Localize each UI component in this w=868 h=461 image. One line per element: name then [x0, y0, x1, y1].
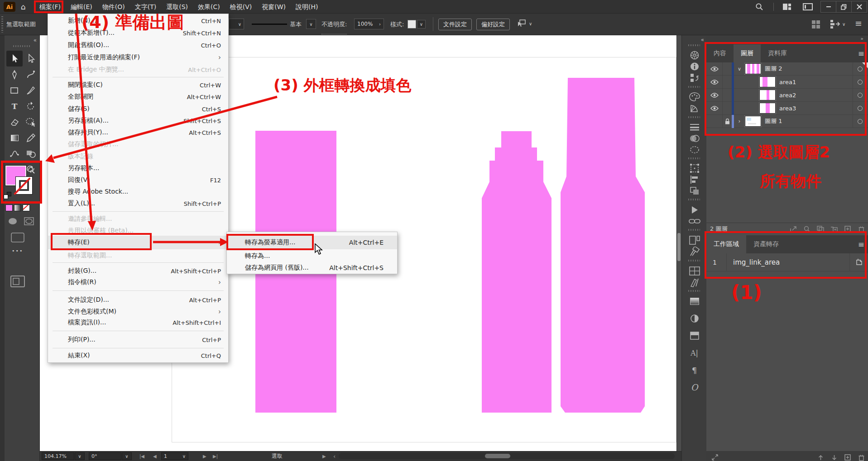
actions-icon[interactable] [682, 204, 707, 215]
first-artboard-icon[interactable]: |◀ [139, 451, 144, 461]
home-icon[interactable]: ⌂ [21, 0, 26, 14]
panel-drag-handle[interactable] [688, 86, 700, 88]
scroll-left-icon[interactable]: ‹ [333, 451, 336, 461]
eraser-tool[interactable] [6, 114, 23, 130]
distribute-icon[interactable]: ∨ [830, 19, 845, 29]
tab-libraries[interactable]: 資料庫 [761, 44, 794, 62]
menu-item-close[interactable]: 關閉檔案(C)Ctrl+W [48, 79, 228, 91]
menu-effect[interactable]: 效果(C) [193, 0, 225, 14]
pen-tool[interactable] [6, 67, 23, 82]
style-dropdown[interactable]: ∨ [417, 20, 426, 29]
links-icon[interactable] [682, 216, 707, 227]
graphic-styles-icon[interactable] [682, 330, 707, 341]
layer-thumbnail[interactable] [759, 103, 776, 114]
clipping-mask-icon[interactable] [814, 226, 827, 232]
panel-drag-handle[interactable] [688, 44, 700, 46]
layer-name[interactable]: area2 [779, 92, 853, 99]
opacity-field[interactable]: 100%› [354, 19, 384, 29]
stroke-style-dropdown[interactable]: ∨ [306, 19, 316, 29]
paintbrush-tool[interactable] [23, 82, 39, 98]
arrange-documents-icon[interactable] [803, 0, 813, 14]
delete-icon[interactable] [854, 454, 868, 461]
panel-drag-handle[interactable] [688, 199, 700, 200]
new-layer-icon[interactable] [841, 226, 854, 232]
layer-row-area3[interactable]: area3 [706, 102, 868, 115]
artboard-navigation-field[interactable]: 1∨ [161, 452, 188, 460]
layer-name[interactable]: 圖層 2 [765, 65, 853, 73]
tab-asset-export[interactable]: 資產轉存 [746, 235, 786, 253]
asset-export-icon[interactable] [682, 246, 707, 257]
menu-select[interactable]: 選取(S) [161, 0, 193, 14]
style-swatch[interactable] [408, 20, 416, 29]
target-circle[interactable] [858, 106, 863, 111]
panel-drag-handle[interactable] [13, 45, 31, 47]
control-bar-menu-icon[interactable]: ≡ [855, 18, 862, 28]
visibility-toggle[interactable] [706, 62, 723, 76]
variable-width-dropdown[interactable]: ∨ [229, 19, 244, 29]
delete-icon[interactable] [854, 226, 868, 233]
appearance-panel-icon[interactable] [682, 313, 707, 324]
submenu-item-export-for-screens[interactable]: 轉存為螢幕適用...Alt+Ctrl+E [227, 236, 397, 249]
status-play-icon[interactable]: ▶ [322, 451, 326, 461]
opentype-panel-icon[interactable]: O [682, 382, 707, 393]
expand-icon[interactable]: › [734, 118, 745, 124]
panel-drag-handle[interactable] [688, 116, 700, 118]
new-artboard-icon[interactable] [841, 454, 854, 461]
artboard-options-icon[interactable] [850, 259, 868, 266]
panel-menu-icon[interactable]: ≡ [858, 240, 864, 249]
character-panel-icon[interactable]: A| [682, 347, 707, 358]
lock-cell[interactable] [723, 62, 732, 76]
artboard-row[interactable]: 1 img_link_area [706, 253, 868, 271]
stroke-color-swatch[interactable] [15, 176, 33, 195]
expand-panel-icon[interactable] [708, 454, 722, 461]
vertical-scrollbar-thumb[interactable] [677, 233, 681, 261]
lock-icon[interactable] [723, 115, 732, 128]
visibility-toggle[interactable] [706, 102, 723, 115]
lock-cell[interactable] [723, 102, 732, 115]
swap-fill-stroke-icon[interactable] [27, 166, 35, 173]
visibility-toggle[interactable] [706, 115, 723, 128]
curvature-tool[interactable] [23, 67, 39, 82]
default-swatches-icon[interactable] [4, 192, 11, 199]
zoom-dropdown[interactable]: ∨ [75, 452, 85, 460]
shape-builder-tool[interactable] [23, 146, 39, 162]
version-history-icon[interactable] [682, 72, 707, 83]
layer-row-area1[interactable]: area1 [706, 76, 868, 89]
panel-drag-handle[interactable] [688, 290, 700, 292]
transform-icon[interactable] [682, 163, 707, 174]
panel-menu-icon[interactable]: ≡ [858, 49, 864, 58]
lock-cell[interactable] [723, 89, 732, 102]
submenu-item-export-as[interactable]: 轉存為... [227, 250, 397, 262]
info-icon[interactable] [682, 61, 707, 72]
layer-row-layer2[interactable]: ∨ 圖層 2 [706, 62, 868, 76]
collapse-right-icon[interactable]: » [860, 36, 863, 42]
next-artboard-icon[interactable]: ▶ [203, 451, 206, 461]
draw-behind-icon[interactable] [24, 216, 34, 226]
panel-drag-handle[interactable] [688, 260, 700, 261]
collect-for-export-icon[interactable] [786, 226, 800, 233]
menu-object[interactable]: 物件(O) [97, 0, 130, 14]
document-setup-button[interactable]: 文件設定 [438, 19, 472, 30]
move-down-icon[interactable] [827, 455, 841, 461]
menu-view[interactable]: 檢視(V) [225, 0, 257, 14]
menu-item-scripts[interactable]: 指令檔(R)› [48, 276, 228, 288]
menu-item-close-all[interactable]: 全部關閉Alt+Ctrl+W [48, 91, 228, 103]
color-button[interactable] [5, 204, 13, 211]
select-similar-tool[interactable] [23, 114, 39, 130]
visibility-toggle[interactable] [706, 76, 723, 89]
rectangle-tool[interactable] [6, 82, 23, 98]
zoom-level-field[interactable]: 104.17% [42, 452, 74, 460]
search-icon[interactable] [755, 0, 763, 14]
restore-button[interactable] [836, 1, 852, 12]
menu-item-new[interactable]: 新增(N)...Ctrl+N [48, 15, 228, 27]
rotation-field[interactable]: 0° [89, 452, 121, 460]
tab-layers[interactable]: 圖層 [734, 44, 761, 62]
layer-thumbnail[interactable] [759, 76, 776, 87]
locate-object-icon[interactable] [800, 226, 814, 233]
selection-tool[interactable] [6, 51, 23, 67]
menu-edit[interactable]: 編輯(E) [66, 0, 97, 14]
submenu-item-save-for-web[interactable]: 儲存為網頁用 (舊版)...Alt+Shift+Ctrl+S [227, 262, 397, 274]
menu-window[interactable]: 視窗(W) [257, 0, 291, 14]
appearance-icon[interactable] [682, 144, 707, 155]
layer-name[interactable]: area1 [779, 79, 853, 86]
